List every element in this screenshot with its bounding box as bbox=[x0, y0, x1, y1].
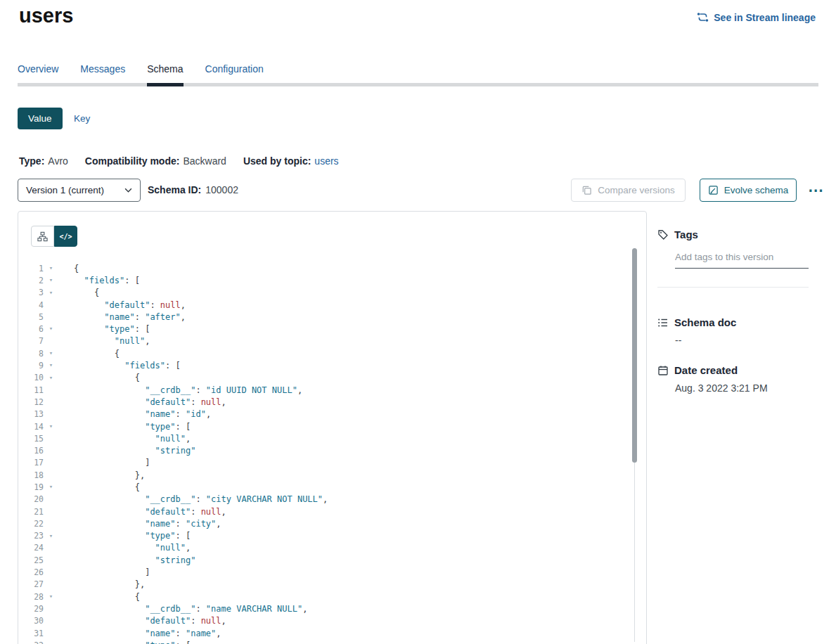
code-line: 24 "null", bbox=[18, 542, 646, 554]
schema-id-value: 100002 bbox=[205, 184, 238, 195]
tag-icon bbox=[657, 229, 669, 240]
line-number: 32 bbox=[18, 640, 44, 644]
tags-heading: Tags bbox=[674, 228, 698, 240]
code-text: { bbox=[74, 592, 140, 602]
tab-bar: Overview Messages Schema Configuration bbox=[18, 63, 818, 86]
fold-toggle-icon[interactable]: ▾ bbox=[44, 347, 58, 359]
key-toggle-button[interactable]: Key bbox=[68, 108, 96, 129]
fold-toggle-icon[interactable]: ▾ bbox=[44, 262, 58, 274]
value-toggle-button[interactable]: Value bbox=[18, 108, 63, 129]
tree-view-button[interactable] bbox=[31, 226, 54, 247]
code-text: "default": null, bbox=[74, 397, 226, 407]
stream-lineage-icon bbox=[697, 11, 709, 23]
calendar-icon bbox=[657, 365, 669, 376]
code-text: "null", bbox=[74, 336, 150, 346]
schema-doc-heading-row: Schema doc bbox=[657, 316, 736, 328]
tab-schema[interactable]: Schema bbox=[147, 63, 183, 83]
stream-lineage-link[interactable]: See in Stream lineage bbox=[697, 11, 816, 23]
fold-toggle-icon[interactable]: ▾ bbox=[44, 359, 58, 371]
type-label: Type: bbox=[19, 155, 44, 167]
scrollbar-track[interactable] bbox=[632, 248, 637, 642]
line-number: 18 bbox=[18, 470, 44, 480]
code-text: "null", bbox=[74, 434, 191, 444]
code-text: "type": [ bbox=[74, 324, 150, 334]
code-line: 22 "name": "city", bbox=[18, 517, 646, 529]
code-line: 11 "__crdb__": "id UUID NOT NULL", bbox=[18, 384, 646, 396]
code-line: 12 "default": null, bbox=[18, 396, 646, 408]
fold-toggle-icon[interactable]: ▾ bbox=[44, 372, 58, 384]
fold-toggle-icon[interactable]: ▾ bbox=[44, 591, 58, 603]
more-options-button[interactable]: ⋯ bbox=[804, 179, 827, 201]
evolve-schema-button[interactable]: Evolve schema bbox=[700, 179, 797, 202]
fold-toggle-icon[interactable]: ▾ bbox=[44, 420, 58, 432]
line-number: 5 bbox=[18, 312, 44, 322]
code-line: 2▾ "fields": [ bbox=[18, 274, 646, 286]
edit-schema-icon bbox=[708, 185, 719, 195]
code-line: 1▾{ bbox=[18, 262, 646, 274]
topic-link[interactable]: users bbox=[314, 155, 338, 167]
code-line: 13 "name": "id", bbox=[18, 408, 646, 420]
tab-configuration[interactable]: Configuration bbox=[205, 63, 264, 83]
compare-versions-button[interactable]: Compare versions bbox=[571, 179, 686, 202]
schema-id-label: Schema ID: bbox=[148, 184, 201, 195]
line-number: 12 bbox=[18, 397, 44, 407]
version-select[interactable]: Version 1 (current) bbox=[18, 179, 141, 202]
code-text: "name": "id", bbox=[74, 409, 211, 419]
line-number: 21 bbox=[18, 507, 44, 517]
fold-toggle-icon[interactable]: ▾ bbox=[44, 323, 58, 335]
editor-view-toggle: </> bbox=[31, 226, 77, 247]
fold-toggle-icon[interactable]: ▾ bbox=[44, 274, 58, 286]
code-line: 6▾ "type": [ bbox=[18, 323, 646, 335]
page-title: users bbox=[19, 4, 73, 27]
code-text: "type": [ bbox=[74, 640, 191, 644]
fold-toggle-icon[interactable]: ▾ bbox=[44, 639, 58, 644]
code-text: "null", bbox=[74, 543, 191, 553]
scrollbar-thumb[interactable] bbox=[632, 248, 637, 463]
code-line: 15 "null", bbox=[18, 432, 646, 444]
code-line: 4 "default": null, bbox=[18, 299, 646, 311]
code-line: 20 "__crdb__": "city VARCHAR NOT NULL", bbox=[18, 494, 646, 505]
code-text: { bbox=[74, 288, 99, 297]
chevron-down-icon bbox=[124, 188, 132, 193]
line-number: 6 bbox=[18, 324, 44, 334]
code-text: ] bbox=[74, 567, 150, 577]
fold-toggle-icon[interactable]: ▾ bbox=[44, 287, 58, 299]
type-value: Avro bbox=[48, 155, 68, 167]
code-text: "default": null, bbox=[74, 616, 226, 626]
line-number: 4 bbox=[18, 300, 44, 310]
tab-messages[interactable]: Messages bbox=[80, 63, 125, 83]
code-text: "__crdb__": "id UUID NOT NULL", bbox=[74, 385, 302, 395]
fold-toggle-icon[interactable]: ▾ bbox=[44, 481, 58, 493]
date-created-value: Aug. 3 2022 3:21 PM bbox=[675, 382, 768, 394]
code-line: 26 ] bbox=[18, 566, 646, 578]
code-text: "default": null, bbox=[74, 300, 186, 310]
line-number: 1 bbox=[18, 264, 44, 273]
code-line: 8▾ { bbox=[18, 347, 646, 359]
line-number: 26 bbox=[18, 567, 44, 577]
compare-icon bbox=[581, 185, 592, 195]
line-number: 9 bbox=[18, 361, 44, 371]
code-line: 17 ] bbox=[18, 457, 646, 469]
code-text: "type": [ bbox=[74, 531, 191, 541]
code-text: "name": "city", bbox=[74, 519, 221, 529]
code-line: 5 "name": "after", bbox=[18, 311, 646, 323]
line-number: 31 bbox=[18, 629, 44, 638]
tags-input[interactable] bbox=[675, 252, 809, 269]
evolve-schema-label: Evolve schema bbox=[724, 185, 789, 195]
code-view-button[interactable]: </> bbox=[54, 226, 77, 247]
code-line: 32▾ "type": [ bbox=[18, 639, 646, 644]
code-line: 27 }, bbox=[18, 579, 646, 591]
code-text: { bbox=[74, 264, 79, 273]
code-lines: 1▾{2▾ "fields": [3▾ {4 "default": null,5… bbox=[18, 262, 646, 644]
tab-overview[interactable]: Overview bbox=[18, 63, 58, 83]
date-created-heading-row: Date created bbox=[657, 364, 738, 376]
code-line: 9▾ "fields": [ bbox=[18, 359, 646, 371]
line-number: 17 bbox=[18, 458, 44, 468]
line-number: 27 bbox=[18, 579, 44, 589]
line-number: 14 bbox=[18, 422, 44, 432]
fold-toggle-icon[interactable]: ▾ bbox=[44, 530, 58, 542]
schema-doc-heading: Schema doc bbox=[674, 316, 736, 328]
code-text: { bbox=[74, 482, 140, 492]
code-text: { bbox=[74, 349, 120, 359]
line-number: 10 bbox=[18, 373, 44, 382]
